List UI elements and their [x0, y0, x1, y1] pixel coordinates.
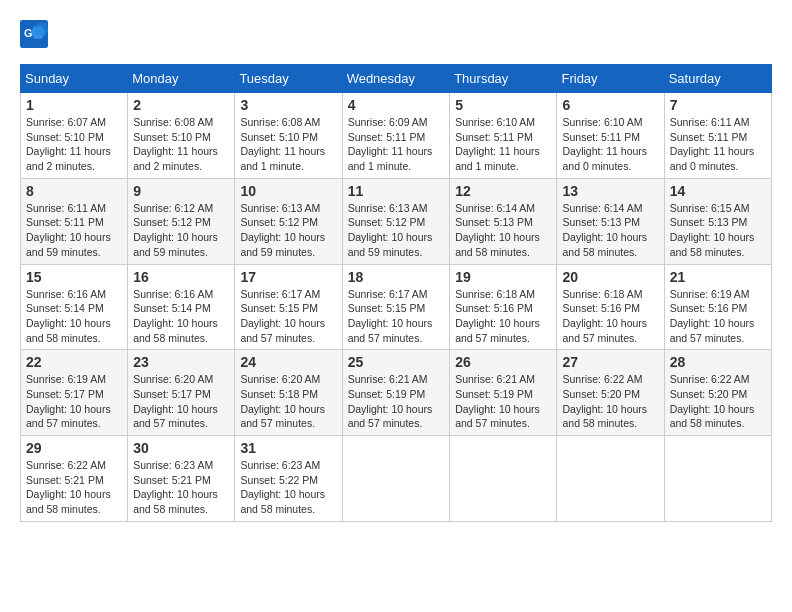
calendar-cell [664, 436, 771, 522]
calendar-cell: 24 Sunrise: 6:20 AMSunset: 5:18 PMDaylig… [235, 350, 342, 436]
calendar-week-row: 15 Sunrise: 6:16 AMSunset: 5:14 PMDaylig… [21, 264, 772, 350]
calendar-cell: 26 Sunrise: 6:21 AMSunset: 5:19 PMDaylig… [450, 350, 557, 436]
calendar-cell: 10 Sunrise: 6:13 AMSunset: 5:12 PMDaylig… [235, 178, 342, 264]
calendar-cell: 13 Sunrise: 6:14 AMSunset: 5:13 PMDaylig… [557, 178, 664, 264]
calendar-cell: 3 Sunrise: 6:08 AMSunset: 5:10 PMDayligh… [235, 93, 342, 179]
day-number: 6 [562, 97, 658, 113]
calendar-cell: 7 Sunrise: 6:11 AMSunset: 5:11 PMDayligh… [664, 93, 771, 179]
cell-info: Sunrise: 6:19 AMSunset: 5:16 PMDaylight:… [670, 288, 755, 344]
calendar-table: SundayMondayTuesdayWednesdayThursdayFrid… [20, 64, 772, 522]
cell-info: Sunrise: 6:16 AMSunset: 5:14 PMDaylight:… [26, 288, 111, 344]
day-number: 4 [348, 97, 445, 113]
calendar-cell: 11 Sunrise: 6:13 AMSunset: 5:12 PMDaylig… [342, 178, 450, 264]
cell-info: Sunrise: 6:23 AMSunset: 5:22 PMDaylight:… [240, 459, 325, 515]
calendar-week-row: 1 Sunrise: 6:07 AMSunset: 5:10 PMDayligh… [21, 93, 772, 179]
day-of-week-header: Tuesday [235, 65, 342, 93]
day-number: 7 [670, 97, 766, 113]
calendar-cell: 4 Sunrise: 6:09 AMSunset: 5:11 PMDayligh… [342, 93, 450, 179]
day-number: 15 [26, 269, 122, 285]
cell-info: Sunrise: 6:17 AMSunset: 5:15 PMDaylight:… [348, 288, 433, 344]
cell-info: Sunrise: 6:22 AMSunset: 5:20 PMDaylight:… [670, 373, 755, 429]
cell-info: Sunrise: 6:16 AMSunset: 5:14 PMDaylight:… [133, 288, 218, 344]
day-number: 18 [348, 269, 445, 285]
calendar-cell: 15 Sunrise: 6:16 AMSunset: 5:14 PMDaylig… [21, 264, 128, 350]
day-number: 25 [348, 354, 445, 370]
day-of-week-header: Monday [128, 65, 235, 93]
calendar-cell: 18 Sunrise: 6:17 AMSunset: 5:15 PMDaylig… [342, 264, 450, 350]
cell-info: Sunrise: 6:10 AMSunset: 5:11 PMDaylight:… [562, 116, 647, 172]
cell-info: Sunrise: 6:11 AMSunset: 5:11 PMDaylight:… [26, 202, 111, 258]
calendar-cell: 17 Sunrise: 6:17 AMSunset: 5:15 PMDaylig… [235, 264, 342, 350]
day-number: 8 [26, 183, 122, 199]
cell-info: Sunrise: 6:14 AMSunset: 5:13 PMDaylight:… [455, 202, 540, 258]
day-number: 24 [240, 354, 336, 370]
svg-marker-3 [36, 23, 48, 35]
calendar-cell: 1 Sunrise: 6:07 AMSunset: 5:10 PMDayligh… [21, 93, 128, 179]
calendar-cell: 8 Sunrise: 6:11 AMSunset: 5:11 PMDayligh… [21, 178, 128, 264]
day-number: 30 [133, 440, 229, 456]
calendar-week-row: 29 Sunrise: 6:22 AMSunset: 5:21 PMDaylig… [21, 436, 772, 522]
cell-info: Sunrise: 6:18 AMSunset: 5:16 PMDaylight:… [562, 288, 647, 344]
day-of-week-header: Sunday [21, 65, 128, 93]
cell-info: Sunrise: 6:15 AMSunset: 5:13 PMDaylight:… [670, 202, 755, 258]
day-number: 20 [562, 269, 658, 285]
cell-info: Sunrise: 6:22 AMSunset: 5:21 PMDaylight:… [26, 459, 111, 515]
calendar-cell: 25 Sunrise: 6:21 AMSunset: 5:19 PMDaylig… [342, 350, 450, 436]
day-of-week-header: Thursday [450, 65, 557, 93]
day-number: 14 [670, 183, 766, 199]
calendar-week-row: 8 Sunrise: 6:11 AMSunset: 5:11 PMDayligh… [21, 178, 772, 264]
calendar-cell: 23 Sunrise: 6:20 AMSunset: 5:17 PMDaylig… [128, 350, 235, 436]
cell-info: Sunrise: 6:23 AMSunset: 5:21 PMDaylight:… [133, 459, 218, 515]
cell-info: Sunrise: 6:08 AMSunset: 5:10 PMDaylight:… [240, 116, 325, 172]
day-number: 10 [240, 183, 336, 199]
cell-info: Sunrise: 6:20 AMSunset: 5:17 PMDaylight:… [133, 373, 218, 429]
cell-info: Sunrise: 6:18 AMSunset: 5:16 PMDaylight:… [455, 288, 540, 344]
day-number: 29 [26, 440, 122, 456]
calendar-header-row: SundayMondayTuesdayWednesdayThursdayFrid… [21, 65, 772, 93]
header: G [20, 20, 772, 48]
cell-info: Sunrise: 6:11 AMSunset: 5:11 PMDaylight:… [670, 116, 755, 172]
calendar-cell [342, 436, 450, 522]
day-number: 12 [455, 183, 551, 199]
calendar-cell: 2 Sunrise: 6:08 AMSunset: 5:10 PMDayligh… [128, 93, 235, 179]
cell-info: Sunrise: 6:22 AMSunset: 5:20 PMDaylight:… [562, 373, 647, 429]
logo: G [20, 20, 52, 48]
calendar-cell [557, 436, 664, 522]
calendar-cell: 9 Sunrise: 6:12 AMSunset: 5:12 PMDayligh… [128, 178, 235, 264]
calendar-cell: 14 Sunrise: 6:15 AMSunset: 5:13 PMDaylig… [664, 178, 771, 264]
cell-info: Sunrise: 6:10 AMSunset: 5:11 PMDaylight:… [455, 116, 540, 172]
day-number: 21 [670, 269, 766, 285]
cell-info: Sunrise: 6:21 AMSunset: 5:19 PMDaylight:… [348, 373, 433, 429]
calendar-cell: 21 Sunrise: 6:19 AMSunset: 5:16 PMDaylig… [664, 264, 771, 350]
day-number: 27 [562, 354, 658, 370]
calendar-cell [450, 436, 557, 522]
cell-info: Sunrise: 6:07 AMSunset: 5:10 PMDaylight:… [26, 116, 111, 172]
day-number: 31 [240, 440, 336, 456]
cell-info: Sunrise: 6:13 AMSunset: 5:12 PMDaylight:… [240, 202, 325, 258]
cell-info: Sunrise: 6:17 AMSunset: 5:15 PMDaylight:… [240, 288, 325, 344]
day-number: 13 [562, 183, 658, 199]
day-number: 26 [455, 354, 551, 370]
day-number: 2 [133, 97, 229, 113]
day-number: 3 [240, 97, 336, 113]
calendar-cell: 16 Sunrise: 6:16 AMSunset: 5:14 PMDaylig… [128, 264, 235, 350]
cell-info: Sunrise: 6:14 AMSunset: 5:13 PMDaylight:… [562, 202, 647, 258]
calendar-cell: 12 Sunrise: 6:14 AMSunset: 5:13 PMDaylig… [450, 178, 557, 264]
day-number: 22 [26, 354, 122, 370]
day-number: 19 [455, 269, 551, 285]
svg-text:G: G [24, 27, 32, 39]
day-number: 23 [133, 354, 229, 370]
calendar-body: 1 Sunrise: 6:07 AMSunset: 5:10 PMDayligh… [21, 93, 772, 522]
calendar-cell: 6 Sunrise: 6:10 AMSunset: 5:11 PMDayligh… [557, 93, 664, 179]
day-number: 16 [133, 269, 229, 285]
cell-info: Sunrise: 6:19 AMSunset: 5:17 PMDaylight:… [26, 373, 111, 429]
calendar-cell: 22 Sunrise: 6:19 AMSunset: 5:17 PMDaylig… [21, 350, 128, 436]
day-of-week-header: Friday [557, 65, 664, 93]
day-of-week-header: Wednesday [342, 65, 450, 93]
day-number: 5 [455, 97, 551, 113]
calendar-week-row: 22 Sunrise: 6:19 AMSunset: 5:17 PMDaylig… [21, 350, 772, 436]
cell-info: Sunrise: 6:09 AMSunset: 5:11 PMDaylight:… [348, 116, 433, 172]
day-number: 11 [348, 183, 445, 199]
cell-info: Sunrise: 6:20 AMSunset: 5:18 PMDaylight:… [240, 373, 325, 429]
day-number: 28 [670, 354, 766, 370]
